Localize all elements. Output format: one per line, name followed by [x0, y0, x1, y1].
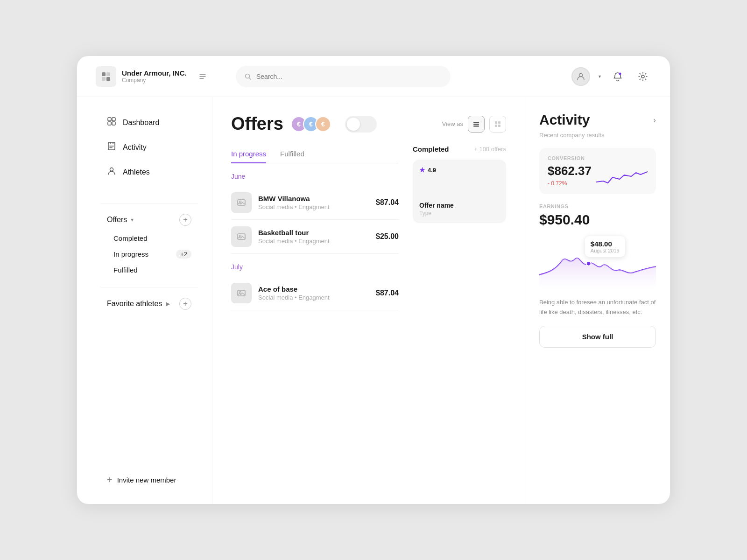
sidebar-item-activity[interactable]: Activity: [100, 136, 198, 159]
avatar-stack: € € €: [291, 116, 331, 132]
toggle-switch[interactable]: [345, 116, 377, 133]
svg-rect-13: [112, 118, 115, 121]
svg-rect-25: [495, 121, 497, 124]
toggle-dot-1[interactable]: [347, 118, 360, 131]
recent-label: Recent company results: [539, 132, 656, 139]
view-grid-button[interactable]: [489, 116, 506, 133]
svg-rect-26: [498, 121, 500, 124]
athletes-icon: [107, 166, 116, 178]
completed-offer-name: Offer name: [419, 202, 500, 209]
favorite-label: Favorite athletes: [107, 300, 162, 308]
offer-info-3: Ace of base Social media • Engagment: [258, 285, 369, 301]
favorite-section-header[interactable]: Favorite athletes ▶ +: [100, 293, 198, 315]
tooltip-amount: $48.00: [591, 240, 620, 248]
activity-title: Activity: [539, 112, 590, 128]
activity-chevron-icon[interactable]: ›: [653, 115, 656, 125]
show-full-button[interactable]: Show full: [539, 326, 656, 348]
athletes-label: Athletes: [123, 168, 150, 176]
svg-rect-31: [238, 234, 245, 239]
offers-layout: In progress Fulfilled June: [231, 145, 506, 310]
svg-rect-27: [495, 125, 497, 127]
svg-rect-2: [102, 77, 106, 81]
header: Under Armour, INC. Company: [77, 56, 670, 97]
logo-area: Under Armour, INC. Company: [96, 66, 217, 87]
offers-section-title: Offers ▾: [107, 216, 134, 224]
avatar-button[interactable]: [571, 67, 590, 86]
sidebar-bottom: + Invite new member: [100, 461, 198, 490]
chart-dot: [586, 261, 591, 266]
svg-point-21: [110, 168, 113, 171]
svg-line-8: [249, 77, 251, 79]
toggle-dot-2[interactable]: [362, 118, 375, 131]
fulfilled-label: Fulfilled: [113, 266, 138, 274]
conversion-card: CONVERSION $862.37 - 0.72%: [539, 148, 656, 194]
svg-point-34: [240, 291, 241, 293]
offer-name-2: Basketball tour: [258, 229, 369, 237]
offer-thumb-1: [231, 192, 252, 213]
view-list-button[interactable]: [468, 116, 485, 133]
sidebar-item-dashboard[interactable]: Dashboard: [100, 111, 198, 134]
in-progress-label: In progress: [113, 250, 148, 258]
sidebar-item-completed[interactable]: Completed: [100, 231, 198, 246]
offer-name-3: Ace of base: [258, 285, 369, 293]
favorite-arrow-icon: ▶: [166, 301, 170, 307]
tab-fulfilled[interactable]: Fulfilled: [280, 145, 304, 163]
offer-meta-1: Social media • Engagment: [258, 203, 369, 210]
completed-offer-type: Type: [419, 210, 500, 217]
invite-button[interactable]: + Invite new member: [100, 470, 198, 490]
svg-point-11: [641, 75, 644, 78]
offers-title: Offers: [231, 114, 283, 134]
svg-rect-22: [473, 122, 479, 123]
settings-icon[interactable]: [634, 68, 651, 85]
offer-name-1: BMW Villanowa: [258, 195, 369, 203]
offers-section-header[interactable]: Offers ▾ +: [100, 209, 198, 231]
svg-rect-28: [498, 125, 500, 127]
svg-rect-14: [108, 122, 111, 125]
earnings-label: EARNINGS: [539, 203, 656, 209]
sidebar-divider-1: [100, 203, 198, 203]
earnings-value: $950.40: [539, 212, 656, 228]
sidebar: Dashboard Activity: [77, 97, 212, 504]
offers-header: Offers € € € View as: [231, 114, 506, 134]
favorite-add-button[interactable]: +: [179, 298, 191, 310]
offer-price-2: $25.00: [376, 232, 399, 241]
offers-tabs: In progress Fulfilled: [231, 145, 399, 163]
conversion-sparkline: [596, 168, 648, 187]
activity-label: Activity: [123, 143, 147, 152]
company-logo: [96, 66, 116, 87]
month-june: June: [231, 173, 399, 180]
earnings-tooltip: $48.00 August 2019: [585, 236, 625, 257]
svg-point-10: [619, 72, 621, 75]
sort-icon[interactable]: [196, 70, 209, 83]
app-container: Under Armour, INC. Company: [77, 56, 670, 504]
completed-card: ★ 4.9 Offer name Type: [413, 160, 506, 223]
earnings-chart: $48.00 August 2019: [539, 233, 656, 289]
notification-bell-icon[interactable]: [609, 68, 626, 85]
sidebar-item-fulfilled[interactable]: Fulfilled: [100, 262, 198, 278]
search-input[interactable]: [256, 73, 442, 80]
sidebar-item-athletes[interactable]: Athletes: [100, 161, 198, 183]
sidebar-favorite-section: Favorite athletes ▶ +: [100, 293, 198, 315]
offer-meta-2: Social media • Engagment: [258, 238, 369, 245]
offer-meta-3: Social media • Engagment: [258, 294, 369, 301]
offer-price-3: $87.04: [376, 289, 399, 297]
offer-info-2: Basketball tour Social media • Engagment: [258, 229, 369, 245]
completed-title: Completed: [413, 145, 449, 153]
offer-price-1: $87.04: [376, 198, 399, 207]
offers-dropdown-icon: ▾: [131, 217, 134, 223]
offers-list-area: In progress Fulfilled June: [231, 145, 399, 310]
sidebar-offers-section: Offers ▾ + Completed In progress +2 Fulf…: [100, 209, 198, 278]
avatar-chevron-icon[interactable]: ▾: [599, 74, 601, 79]
svg-rect-33: [238, 290, 245, 296]
rating-value: 4.9: [428, 167, 436, 174]
svg-rect-1: [106, 72, 110, 76]
view-as-section: View as: [442, 116, 506, 133]
sidebar-item-in-progress[interactable]: In progress +2: [100, 246, 198, 262]
view-as-label: View as: [442, 120, 463, 127]
svg-rect-15: [112, 122, 115, 125]
company-name: Under Armour, INC.: [122, 69, 187, 77]
tab-in-progress[interactable]: In progress: [231, 145, 266, 163]
svg-point-32: [240, 235, 241, 237]
month-july: July: [231, 263, 399, 271]
offers-add-button[interactable]: +: [179, 214, 191, 226]
